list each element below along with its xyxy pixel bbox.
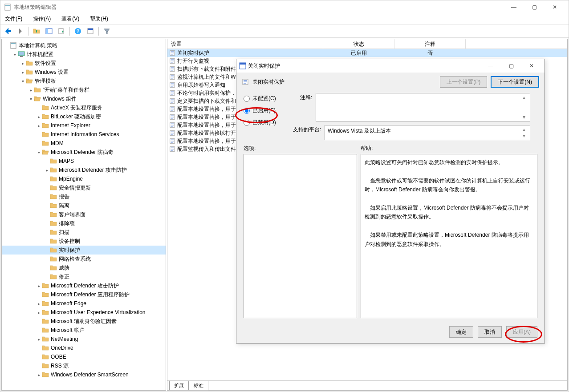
close-button[interactable]: ✕	[545, 0, 565, 14]
tree-node-smartscreen[interactable]: ▸Windows Defender SmartScreen	[2, 370, 166, 379]
tree-node-device_control[interactable]: 设备控制	[2, 237, 166, 246]
expand-icon[interactable]: ▸	[36, 372, 42, 377]
tree-node-fix[interactable]: 修正	[2, 272, 166, 281]
dialog-close-button[interactable]: ✕	[521, 59, 542, 73]
comment-label: 注释:	[285, 93, 312, 121]
tree-node-realtime[interactable]: 实时保护	[2, 246, 166, 255]
menu-view[interactable]: 查看(V)	[60, 14, 81, 24]
forward-button[interactable]	[15, 26, 25, 36]
header-state[interactable]: 状态	[323, 39, 394, 48]
nav-tree[interactable]: 本地计算机 策略▾计算机配置▸软件设置▸Windows 设置▾管理模板▸"开始"…	[1, 39, 166, 391]
maximize-button[interactable]: ▢	[524, 0, 545, 14]
menu-help[interactable]: 帮助(H)	[88, 14, 110, 24]
tree-node-start_taskbar[interactable]: ▸"开始"菜单和任务栏	[2, 85, 166, 94]
expand-icon[interactable]: ▸	[20, 61, 26, 66]
collapse-icon[interactable]: ▾	[28, 97, 34, 101]
cancel-button[interactable]: 取消	[478, 326, 502, 338]
tree-node-defender_atk2[interactable]: ▸Microsoft Defender 攻击防护	[2, 281, 166, 290]
tree-node-maps[interactable]: MAPS	[2, 157, 166, 166]
tree-node-bitlocker[interactable]: ▸BitLocker 驱动器加密	[2, 112, 166, 121]
collapse-icon[interactable]: ▾	[20, 79, 26, 84]
setting-icon	[169, 122, 175, 128]
tree-node-activex[interactable]: ActiveX 安装程序服务	[2, 103, 166, 112]
apply-button[interactable]: 应用(A)	[506, 326, 537, 338]
collapse-icon[interactable]: ▾	[36, 150, 42, 155]
minimize-button[interactable]: —	[504, 0, 524, 14]
scroll-down-icon[interactable]: ▾	[523, 114, 529, 120]
dialog-maximize-button[interactable]: ▢	[501, 59, 521, 73]
expand-icon[interactable]: ▸	[36, 123, 42, 128]
expand-icon[interactable]: ▸	[20, 70, 26, 75]
scroll-down-icon[interactable]: ▾	[523, 133, 529, 139]
folder-icon	[42, 371, 49, 378]
radio-disabled[interactable]: 已禁用(D)	[244, 119, 278, 126]
tree-node-quarantine[interactable]: 隔离	[2, 201, 166, 210]
filter-button[interactable]	[102, 26, 112, 36]
tree-node-mfa[interactable]: Microsoft 辅助身份验证因素	[2, 317, 166, 326]
menu-action[interactable]: 操作(A)	[31, 14, 53, 24]
tree-node-windows_settings[interactable]: ▸Windows 设置	[2, 68, 166, 77]
next-setting-button[interactable]: 下一个设置(N)	[491, 76, 539, 88]
prev-setting-button[interactable]: 上一个设置(P)	[440, 76, 487, 88]
tree-node-muev[interactable]: ▸Microsoft User Experience Virtualizatio…	[2, 308, 166, 317]
expand-icon[interactable]: ▸	[36, 283, 42, 288]
tree-node-onedrive[interactable]: OneDrive	[2, 344, 166, 352]
tab-standard[interactable]: 标准	[189, 381, 208, 390]
expand-icon[interactable]: ▸	[36, 310, 42, 315]
expand-icon[interactable]: ▸	[44, 168, 50, 173]
tree-node-defender_app[interactable]: Microsoft Defender 应用程序防护	[2, 290, 166, 299]
tree-node-ms_account[interactable]: Microsoft 帐户	[2, 326, 166, 335]
up-button[interactable]	[31, 26, 42, 36]
tree-node-admin_templates[interactable]: ▾管理模板	[2, 77, 166, 85]
tree-node-exclusions[interactable]: 排除项	[2, 219, 166, 228]
tree-node-computer_config[interactable]: ▾计算机配置	[2, 50, 166, 59]
list-row[interactable]: 关闭实时保护已启用否	[167, 49, 567, 57]
menu-file[interactable]: 文件(F)	[3, 14, 24, 24]
tree-node-threat[interactable]: 威胁	[2, 263, 166, 272]
dialog-titlebar[interactable]: 关闭实时保护 — ▢ ✕	[236, 59, 545, 73]
folder-icon	[42, 362, 49, 369]
tree-node-sec_intel[interactable]: 安全情报更新	[2, 183, 166, 192]
tree-node-windows_components[interactable]: ▾Windows 组件	[2, 94, 166, 103]
tree-node-client_ui[interactable]: 客户端界面	[2, 210, 166, 219]
expand-icon[interactable]: ▸	[36, 301, 42, 306]
tree-node-mpengine[interactable]: MpEngine	[2, 174, 166, 183]
tree-node-ie[interactable]: ▸Internet Explorer	[2, 121, 166, 130]
tree-node-defender_atk[interactable]: ▸Microsoft Defender 攻击防护	[2, 166, 166, 174]
tree-node-rss[interactable]: RSS 源	[2, 361, 166, 370]
expand-icon[interactable]: ▸	[28, 88, 34, 93]
folder-icon	[42, 113, 49, 120]
radio-enabled[interactable]: 已启用(E)	[244, 107, 278, 114]
scroll-up-icon[interactable]: ▴	[523, 94, 529, 101]
tree-node-report[interactable]: 报告	[2, 192, 166, 201]
setting-icon	[169, 50, 175, 56]
dialog-minimize-button[interactable]: —	[480, 59, 501, 73]
header-comment[interactable]: 注释	[394, 39, 466, 48]
tree-node-netmeeting[interactable]: ▸NetMeeting	[2, 335, 166, 344]
collapse-icon[interactable]: ▾	[12, 52, 18, 57]
tree-node-iis[interactable]: Internet Information Services	[2, 130, 166, 139]
tree-node-defender_av[interactable]: ▾Microsoft Defender 防病毒	[2, 148, 166, 157]
tree-node-netinspect[interactable]: 网络检查系统	[2, 255, 166, 263]
properties-button[interactable]	[85, 26, 96, 36]
export-button[interactable]	[56, 26, 67, 36]
comment-textarea[interactable]: ▴▾	[316, 93, 530, 121]
header-setting[interactable]: 设置	[167, 39, 323, 48]
scroll-up-icon[interactable]: ▴	[523, 126, 529, 133]
ok-button[interactable]: 确定	[449, 326, 473, 338]
folder-icon	[50, 247, 57, 254]
expand-icon[interactable]: ▸	[36, 337, 42, 342]
back-button[interactable]	[2, 26, 13, 36]
tree-node-oobe[interactable]: OOBE	[2, 352, 166, 361]
tree-node-root[interactable]: 本地计算机 策略	[2, 41, 166, 50]
help-text[interactable]: 此策略设置可关闭针对已知恶意软件检测的实时保护提示。 当恶意软件或可能不需要的软…	[361, 154, 537, 318]
show-hide-tree-button[interactable]	[44, 26, 54, 36]
tab-extended[interactable]: 扩展	[169, 381, 189, 390]
tree-node-edge[interactable]: ▸Microsoft Edge	[2, 299, 166, 308]
tree-node-mdm[interactable]: MDM	[2, 139, 166, 148]
help-button[interactable]: ?	[73, 26, 83, 36]
tree-node-software_settings[interactable]: ▸软件设置	[2, 59, 166, 68]
radio-unconfigured[interactable]: 未配置(C)	[244, 95, 278, 102]
tree-node-scan[interactable]: 扫描	[2, 228, 166, 237]
expand-icon[interactable]: ▸	[36, 114, 42, 119]
